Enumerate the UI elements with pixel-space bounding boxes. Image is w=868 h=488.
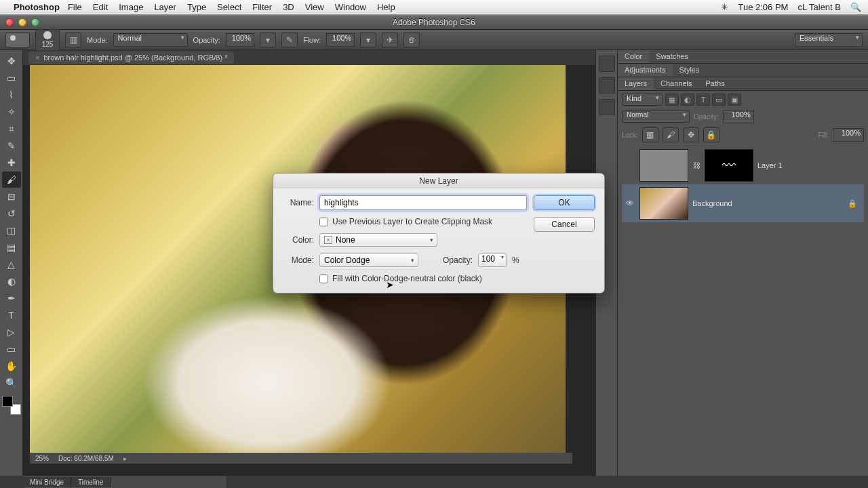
move-tool-icon[interactable]: ✥ — [2, 53, 21, 69]
tab-layers[interactable]: Layers — [618, 77, 654, 90]
dodge-tool-icon[interactable]: ◐ — [2, 273, 21, 289]
pen-tool-icon[interactable]: ✒ — [2, 290, 21, 306]
menu-filter[interactable]: Filter — [252, 2, 272, 12]
lock-transparent-icon[interactable]: ▦ — [642, 127, 658, 142]
opt-flow-flyout-icon[interactable]: ▾ — [360, 33, 376, 47]
menubar-clock[interactable]: Tue 2:06 PM — [738, 2, 788, 12]
hand-tool-icon[interactable]: ✋ — [2, 358, 21, 374]
filter-pixel-icon[interactable]: ▦ — [665, 94, 679, 106]
tab-styles[interactable]: Styles — [673, 64, 707, 77]
stamp-tool-icon[interactable]: ⊟ — [2, 188, 21, 205]
layer-opacity-input[interactable]: 100% — [723, 110, 754, 123]
document-tab[interactable]: × brown hair highlight.psd @ 25% (Backgr… — [28, 52, 234, 64]
fg-bg-colors[interactable] — [2, 396, 21, 415]
layer-blend-mode[interactable]: Normal — [622, 110, 690, 123]
brush-preset-picker[interactable]: 125 — [35, 28, 60, 52]
window-close-button[interactable] — [5, 18, 14, 26]
gradient-tool-icon[interactable]: ▤ — [2, 239, 21, 256]
layer-thumb[interactable] — [639, 187, 688, 220]
tab-mini-bridge[interactable]: Mini Bridge — [23, 477, 71, 487]
blur-tool-icon[interactable]: △ — [2, 256, 21, 272]
opt-opacity-input[interactable]: 100% — [226, 33, 254, 47]
dlg-opacity-input[interactable]: 100 — [478, 253, 507, 267]
opt-mode-select[interactable]: Normal — [113, 33, 188, 47]
eraser-tool-icon[interactable]: ◫ — [2, 222, 21, 239]
layer-row[interactable]: 👁 Background 🔒 — [622, 184, 864, 222]
tablet-pressure-size-icon[interactable]: ⊚ — [403, 33, 420, 47]
layer-name[interactable]: Background — [692, 199, 844, 207]
tab-timeline[interactable]: Timeline — [71, 477, 111, 487]
layer-row[interactable]: ⛓ 〰 Layer 1 — [622, 146, 864, 184]
crop-tool-icon[interactable]: ⌗ — [2, 121, 21, 137]
history-brush-tool-icon[interactable]: ↺ — [2, 205, 21, 222]
checkbox-icon[interactable] — [319, 274, 328, 283]
layer-mask-link-icon[interactable]: ⛓ — [692, 161, 701, 169]
zoom-tool-icon[interactable]: 🔍 — [2, 375, 21, 391]
brush-panel-toggle[interactable]: ▥ — [65, 33, 81, 47]
collapsed-panel-icon[interactable] — [599, 99, 615, 115]
menu-view[interactable]: View — [305, 2, 324, 12]
menubar-user[interactable]: cL Talent B — [797, 2, 841, 12]
menu-edit[interactable]: Edit — [93, 2, 108, 12]
opt-flow-input[interactable]: 100% — [326, 33, 355, 47]
layer-fill-input[interactable]: 100% — [833, 128, 864, 142]
menu-image[interactable]: Image — [119, 2, 143, 12]
menu-select[interactable]: Select — [217, 2, 241, 12]
lock-position-icon[interactable]: ✥ — [683, 127, 699, 142]
zoom-value[interactable]: 25% — [35, 455, 49, 462]
tab-adjustments[interactable]: Adjustments — [618, 64, 673, 77]
lock-pixels-icon[interactable]: 🖌 — [663, 127, 679, 142]
menu-help[interactable]: Help — [377, 2, 395, 12]
layer-thumb[interactable] — [639, 149, 688, 182]
type-tool-icon[interactable]: T — [2, 307, 21, 323]
menu-window[interactable]: Window — [335, 2, 366, 12]
shape-tool-icon[interactable]: ▭ — [2, 341, 21, 357]
checkbox-icon[interactable] — [319, 218, 328, 226]
layer-name[interactable]: Layer 1 — [757, 161, 861, 169]
marquee-tool-icon[interactable]: ▭ — [2, 70, 21, 86]
filter-adjust-icon[interactable]: ◐ — [681, 94, 694, 106]
tab-swatches[interactable]: Swatches — [649, 50, 695, 63]
window-minimize-button[interactable] — [18, 18, 26, 26]
dlg-fill-neutral-checkbox[interactable]: Fill with Color-Dodge-neutral color (bla… — [319, 274, 527, 283]
layer-mask-thumb[interactable]: 〰 — [705, 149, 753, 182]
doc-info[interactable]: Doc: 60.2M/68.5M — [58, 455, 114, 462]
sync-icon[interactable]: ✳ — [721, 2, 728, 12]
ok-button[interactable]: OK — [534, 195, 595, 210]
dlg-name-input[interactable] — [319, 195, 527, 210]
lasso-tool-icon[interactable]: ⌇ — [2, 87, 21, 103]
dlg-mode-select[interactable]: Color Dodge — [319, 253, 418, 267]
status-flyout-icon[interactable]: ▸ — [123, 455, 127, 462]
dlg-clipping-checkbox[interactable]: Use Previous Layer to Create Clipping Ma… — [319, 217, 527, 226]
menu-type[interactable]: Type — [187, 2, 206, 12]
cancel-button[interactable]: Cancel — [534, 217, 595, 232]
brush-tool-icon[interactable]: 🖌 — [2, 171, 21, 188]
tab-channels[interactable]: Channels — [654, 77, 698, 90]
window-zoom-button[interactable] — [31, 18, 39, 26]
quick-select-tool-icon[interactable]: ✧ — [2, 104, 21, 120]
lock-all-icon[interactable]: 🔒 — [703, 127, 719, 142]
menu-layer[interactable]: Layer — [154, 2, 176, 12]
filter-shape-icon[interactable]: ▭ — [712, 94, 726, 106]
tool-preset-picker[interactable] — [5, 33, 30, 47]
workspace-switcher[interactable]: Essentials — [795, 33, 863, 47]
collapsed-panel-icon[interactable] — [599, 56, 615, 72]
tab-color[interactable]: Color — [618, 50, 649, 63]
layer-visibility-icon[interactable]: 👁 — [625, 199, 635, 208]
layer-filter-kind[interactable]: Kind — [622, 94, 663, 106]
airbrush-icon[interactable]: ✈ — [382, 33, 398, 47]
spotlight-icon[interactable]: 🔍 — [850, 2, 861, 12]
tablet-pressure-opacity-icon[interactable]: ✎ — [281, 33, 298, 47]
collapsed-panel-icon[interactable] — [599, 77, 615, 94]
menu-3d[interactable]: 3D — [283, 2, 294, 12]
healing-tool-icon[interactable]: ✚ — [2, 155, 21, 171]
filter-type-icon[interactable]: T — [696, 94, 710, 106]
path-select-tool-icon[interactable]: ▷ — [2, 324, 21, 340]
dlg-color-select[interactable]: × None — [319, 233, 437, 247]
tab-paths[interactable]: Paths — [699, 77, 732, 90]
close-tab-icon[interactable]: × — [35, 54, 39, 62]
menu-file[interactable]: File — [68, 2, 82, 12]
filter-smart-icon[interactable]: ▣ — [728, 94, 741, 106]
opt-opacity-flyout-icon[interactable]: ▾ — [260, 33, 276, 47]
eyedropper-tool-icon[interactable]: ✎ — [2, 138, 21, 154]
